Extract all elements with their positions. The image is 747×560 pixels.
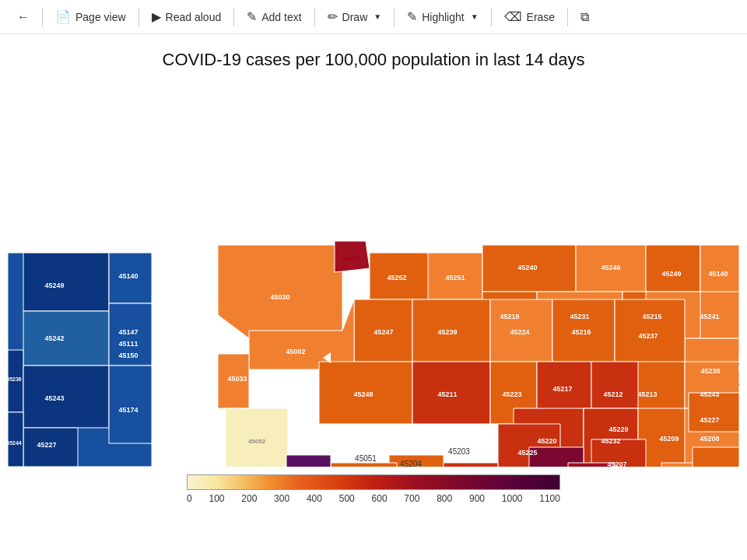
choropleth-map: .region { stroke: #fff; stroke-width: 1;…: [8, 86, 739, 467]
toolbar-separator-7: [567, 8, 568, 26]
region-45227-right: [689, 393, 739, 432]
legend-100: 100: [209, 493, 224, 504]
region-45251: [428, 253, 482, 299]
legend-0: 0: [187, 493, 192, 504]
region-45205: [436, 463, 498, 467]
draw-label: Draw: [342, 11, 368, 23]
erase-button[interactable]: ⌫ Erase: [493, 0, 566, 33]
legend-600: 600: [372, 493, 388, 504]
draw-icon: ✏: [328, 9, 338, 24]
add-text-icon: ✎: [247, 9, 257, 24]
legend-200: 200: [241, 493, 257, 504]
region-45246: [576, 245, 646, 292]
toolbar-separator-5: [394, 8, 395, 26]
draw-chevron-icon: ▼: [374, 12, 381, 21]
main-content: COVID-19 cases per 100,000 population in…: [0, 34, 747, 560]
region-45243-left: [23, 366, 109, 428]
region-45248: [319, 362, 412, 424]
region-purple-zone: [286, 455, 331, 467]
highlight-label: Highlight: [422, 11, 464, 23]
region-45147-label-left: [109, 303, 152, 366]
region-45236-left: [8, 350, 23, 412]
legend-700: 700: [404, 493, 419, 504]
region-45174-left: [109, 366, 152, 443]
region-45032: [226, 408, 288, 467]
legend-800: 800: [437, 493, 452, 504]
label-45051-bottom: 45051: [355, 454, 377, 463]
legend-labels: 0 100 200 300 400 500 600 700 800 900 10…: [187, 493, 560, 504]
region-45244-left: [8, 412, 23, 467]
add-text-label: Add text: [261, 11, 301, 23]
erase-icon: ⌫: [504, 9, 522, 24]
draw-button[interactable]: ✏ Draw ▼: [317, 0, 393, 33]
toolbar-separator-4: [314, 8, 315, 26]
region-45239: [412, 299, 490, 362]
legend-300: 300: [274, 493, 289, 504]
region-45249-left: [23, 253, 109, 311]
toolbar: ← 📄 Page view ▶ Read aloud ✎ Add text ✏ …: [0, 0, 747, 34]
page-view-button[interactable]: 📄 Page view: [44, 0, 137, 33]
region-45247: [354, 299, 412, 362]
main-map-group: 45013 45252 45251 45030 45240 45246 4524…: [218, 241, 739, 467]
legend-900: 900: [469, 493, 485, 504]
label-45203-bottom: 45203: [448, 447, 470, 456]
back-icon: ←: [17, 10, 30, 24]
region-45216: [552, 299, 615, 362]
region-45227-left: [23, 428, 78, 467]
region-45013: [335, 241, 370, 272]
map-container: .region { stroke: #fff; stroke-width: 1;…: [8, 86, 739, 467]
fullscreen-icon: ⧉: [580, 10, 589, 24]
highlight-chevron-icon: ▼: [471, 12, 479, 21]
fullscreen-button[interactable]: ⧉: [570, 0, 600, 33]
read-aloud-button[interactable]: ▶ Read aloud: [141, 0, 233, 33]
erase-label: Erase: [527, 11, 556, 23]
chart-title: COVID-19 cases per 100,000 population in…: [163, 50, 585, 70]
region-45211: [412, 362, 490, 424]
page-view-label: Page view: [75, 11, 126, 23]
region-45201: [693, 447, 739, 467]
legend-400: 400: [307, 493, 322, 504]
region-45242-left: [23, 311, 109, 366]
read-aloud-icon: ▶: [152, 9, 161, 24]
read-aloud-label: Read aloud: [166, 11, 222, 23]
left-map-group: 45249 45140 45242 45236 45243 45147 4511…: [8, 253, 152, 467]
region-45140-left: [109, 253, 152, 303]
page-view-icon: 📄: [55, 9, 71, 24]
region-45030: [218, 245, 342, 338]
legend-500: 500: [339, 493, 355, 504]
label-45204-bottom: 45204: [400, 460, 422, 467]
toolbar-separator-3: [233, 8, 234, 26]
region-45233: [331, 463, 397, 467]
legend-container: 0 100 200 300 400 500 600 700 800 900 10…: [187, 474, 560, 504]
add-text-button[interactable]: ✎ Add text: [236, 0, 312, 33]
region-45033: [218, 354, 249, 408]
region-45206: [568, 463, 615, 467]
legend-1000: 1000: [502, 493, 523, 504]
toolbar-back-button[interactable]: ←: [6, 0, 40, 33]
toolbar-separator-1: [42, 8, 43, 26]
region-45252: [370, 253, 432, 299]
region-45240: [482, 245, 576, 292]
toolbar-separator-2: [139, 8, 139, 26]
region-45224: [490, 299, 552, 362]
region-45237: [615, 299, 685, 369]
highlight-icon: ✎: [407, 9, 417, 24]
legend-color-bar: [187, 474, 560, 490]
legend-1100: 1100: [539, 493, 560, 504]
toolbar-separator-6: [491, 8, 492, 26]
highlight-button[interactable]: ✎ Highlight ▼: [396, 0, 489, 33]
